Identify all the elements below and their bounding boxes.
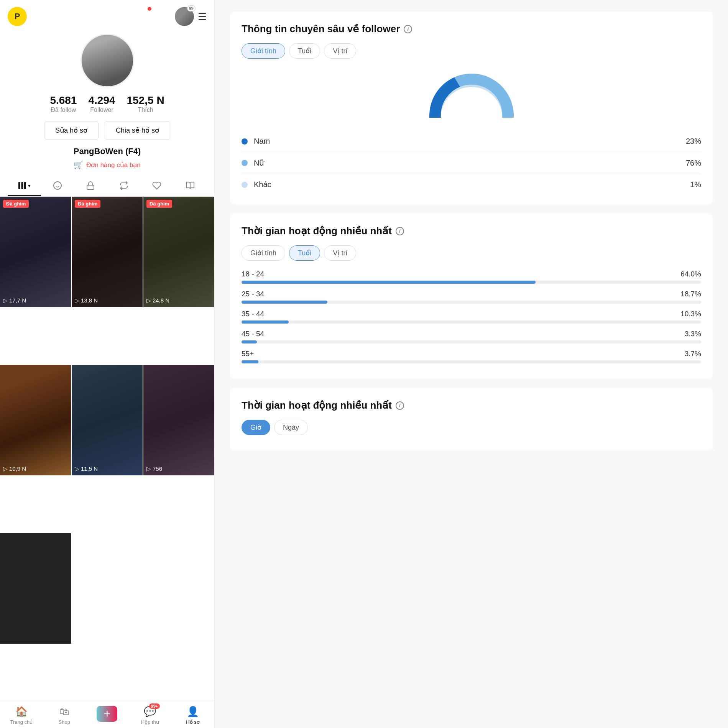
video-item[interactable]: ▷ 756 [143, 365, 214, 475]
create-button[interactable]: + [97, 706, 117, 722]
svg-rect-6 [87, 185, 94, 189]
profile-section: 5.681 Đã follow 4.294 Follower 152,5 N T… [0, 30, 214, 176]
tab-private[interactable] [74, 176, 107, 196]
bar-track [242, 360, 701, 363]
pinned-badge: Đã ghim [3, 200, 29, 208]
bar-pct: 3.3% [685, 330, 701, 338]
dropdown-caret: ▾ [28, 183, 31, 189]
play-icon: ▷ [75, 465, 79, 472]
follower-filter-tabs: Giới tính Tuổi Vị trí [242, 43, 701, 59]
notification-dot [148, 7, 151, 11]
activity-time-title-text: Thời gian hoạt động nhiều nhất [242, 399, 392, 411]
avatar-container[interactable]: 99 [175, 7, 194, 26]
share-profile-button[interactable]: Chia sẻ hồ sơ [105, 121, 170, 140]
activity-time-card: Thời gian hoạt động nhiều nhất i Giờ Ngà… [230, 388, 713, 450]
male-dot [242, 138, 248, 145]
legend-female: Nữ 76% [242, 152, 701, 174]
video-item[interactable]: ▷ 10,9 N [0, 365, 71, 475]
bar-fill [242, 301, 327, 304]
activity-tab-age[interactable]: Tuổi [289, 245, 320, 261]
inbox-badge: 99+ [149, 703, 160, 709]
tab-liked[interactable] [140, 176, 174, 196]
right-panel: Thông tin chuyên sâu về follower i Giới … [215, 0, 728, 728]
female-dot [242, 160, 248, 166]
video-grid: Đã ghim ▷ 17,7 N Đã ghim ▷ 13,8 N Đã ghi… [0, 197, 214, 701]
activity-card: Thời gian hoạt động nhiều nhất i Giới tí… [230, 214, 713, 379]
bar-label: 25 - 34 [242, 290, 264, 298]
menu-button[interactable]: ☰ [198, 11, 207, 23]
play-icon: ▷ [3, 465, 8, 472]
view-number: 756 [153, 465, 162, 472]
inbox-badge-container: 💬 99+ [144, 706, 156, 718]
bar-fill [242, 340, 257, 343]
video-item[interactable] [0, 533, 71, 644]
cart-icon: 🛒 [74, 160, 83, 169]
gender-legend: Nam 23% Nữ 76% Khác 1% [242, 131, 701, 195]
follower-info-title: Thông tin chuyên sâu về follower i [242, 23, 701, 35]
nav-inbox[interactable]: 💬 99+ Hộp thư [128, 706, 171, 725]
follower-label: Follower [90, 107, 113, 113]
nav-inbox-label: Hộp thư [141, 719, 159, 725]
view-number: 24,8 N [153, 297, 169, 304]
profile-avatar [81, 34, 134, 87]
view-count: ▷ 756 [146, 465, 162, 472]
view-count: ▷ 10,9 N [3, 465, 26, 472]
edit-profile-button[interactable]: Sửa hồ sơ [44, 121, 99, 140]
app-logo: P [8, 7, 27, 26]
bar-label: 35 - 44 [242, 310, 264, 318]
bar-pct: 18.7% [680, 290, 701, 298]
tab-videos[interactable]: ▾ [8, 176, 41, 196]
female-pct: 76% [686, 159, 701, 168]
bar-35-44: 35 - 44 10.3% [242, 310, 701, 324]
tab-collection[interactable] [174, 176, 207, 196]
bar-pct: 3.7% [685, 350, 701, 358]
legend-male: Nam 23% [242, 131, 701, 152]
order-row[interactable]: 🛒 Đơn hàng của bạn [74, 160, 141, 169]
tab-gender[interactable]: Giới tính [242, 43, 285, 59]
tab-day[interactable]: Ngày [274, 420, 308, 435]
nav-shop[interactable]: 🛍 Shop [43, 706, 86, 725]
play-icon: ▷ [146, 465, 151, 472]
video-item[interactable]: Đã ghim ▷ 13,8 N [72, 197, 143, 307]
nav-home[interactable]: 🏠 Trang chủ [0, 706, 43, 725]
following-count: 5.681 [50, 94, 77, 107]
stat-likes: 152,5 N Thích [127, 94, 164, 113]
video-item[interactable]: ▷ 11,5 N [72, 365, 143, 475]
gender-chart [242, 68, 701, 122]
tab-favorites[interactable] [41, 176, 74, 196]
bar-label: 18 - 24 [242, 270, 264, 278]
other-pct: 1% [690, 180, 701, 189]
follower-title-text: Thông tin chuyên sâu về follower [242, 23, 400, 35]
view-number: 17,7 N [9, 297, 26, 304]
bar-track [242, 301, 701, 304]
video-item[interactable]: Đã ghim ▷ 24,8 N [143, 197, 214, 307]
notification-badge: 99 [187, 5, 196, 12]
tab-age[interactable]: Tuổi [289, 43, 320, 59]
bar-fill [242, 360, 258, 363]
tab-location[interactable]: Vị trí [324, 43, 356, 59]
other-label: Khác [254, 180, 690, 189]
activity-time-title: Thời gian hoạt động nhiều nhất i [242, 399, 701, 411]
video-item[interactable]: Đã ghim ▷ 17,7 N [0, 197, 71, 307]
bar-pct: 64.0% [680, 270, 701, 278]
stats-row: 5.681 Đã follow 4.294 Follower 152,5 N T… [50, 94, 164, 113]
activity-tab-gender[interactable]: Giới tính [242, 245, 285, 261]
female-label: Nữ [254, 158, 686, 168]
svg-rect-0 [18, 182, 20, 189]
time-filter-tabs: Giờ Ngày [242, 420, 701, 435]
view-count: ▷ 13,8 N [75, 297, 98, 304]
tab-hour[interactable]: Giờ [242, 420, 270, 435]
nav-create[interactable]: + [86, 706, 129, 725]
bottom-nav: 🏠 Trang chủ 🛍 Shop + 💬 99+ Hộp thư 👤 Hồ … [0, 701, 214, 728]
tab-repost[interactable] [107, 176, 141, 196]
male-label: Nam [254, 137, 686, 146]
activity-tab-location[interactable]: Vị trí [324, 245, 356, 261]
info-icon: i [404, 25, 412, 33]
legend-other: Khác 1% [242, 174, 701, 195]
play-icon: ▷ [3, 297, 8, 304]
bar-25-34: 25 - 34 18.7% [242, 290, 701, 304]
nav-home-label: Trang chủ [10, 719, 33, 725]
top-bar-right: 99 ☰ [175, 7, 207, 26]
semicircle-svg [422, 68, 521, 122]
nav-profile[interactable]: 👤 Hồ sơ [171, 706, 214, 725]
